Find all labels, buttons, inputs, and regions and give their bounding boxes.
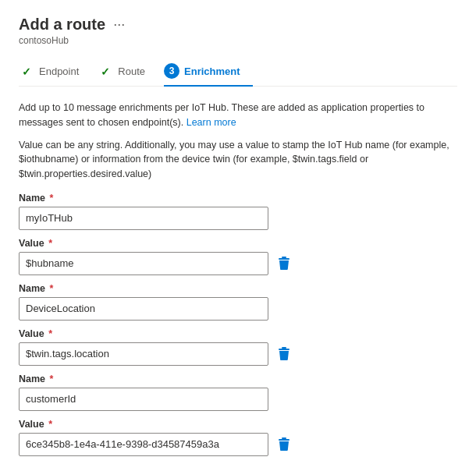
label-name2: Name * (19, 283, 457, 294)
label-name3: Name * (19, 374, 457, 384)
field-group-name2: Name * (19, 283, 457, 321)
required-star3: * (50, 283, 54, 294)
svg-rect-4 (282, 437, 286, 439)
steps-nav: ✓ Endpoint ✓ Route 3 Enrichment (19, 57, 457, 87)
required-star6: * (48, 419, 52, 430)
label-value3: Value * (19, 419, 457, 430)
field-row-value3 (19, 433, 457, 456)
svg-rect-0 (282, 257, 286, 258)
input-name1[interactable] (19, 207, 268, 230)
input-name3[interactable] (19, 388, 268, 411)
enrichment-form: Name * Value * Name * Value * (19, 193, 457, 456)
svg-rect-5 (279, 439, 290, 441)
delete-button-2[interactable] (275, 344, 293, 364)
page-title: Add a route (19, 16, 105, 34)
field-group-value3: Value * (19, 419, 457, 456)
step-endpoint[interactable]: ✓ Endpoint (19, 58, 91, 86)
input-name2[interactable] (19, 297, 268, 321)
input-value2[interactable] (19, 342, 268, 366)
label-value2: Value * (19, 328, 457, 339)
subtitle: contosoHub (19, 35, 457, 46)
svg-rect-1 (279, 258, 290, 260)
delete-button-1[interactable] (275, 253, 293, 274)
field-row-name3 (19, 388, 457, 411)
trash-icon-1 (278, 257, 290, 271)
step-endpoint-circle: ✓ (19, 64, 34, 80)
step-endpoint-label: Endpoint (39, 66, 79, 77)
label-name1: Name * (19, 193, 457, 204)
field-group-name3: Name * (19, 374, 457, 411)
more-options-icon[interactable]: ··· (113, 16, 125, 33)
step-enrichment-label: Enrichment (184, 66, 240, 77)
field-group-value2: Value * (19, 328, 457, 366)
required-star1: * (50, 193, 54, 204)
field-row-value1 (19, 252, 457, 275)
field-row-name1 (19, 207, 457, 230)
field-row-name2 (19, 297, 457, 321)
field-row-value2 (19, 342, 457, 366)
step-route-label: Route (118, 66, 145, 77)
learn-more-link[interactable]: Learn more (186, 117, 236, 128)
step-route-circle: ✓ (98, 64, 113, 80)
label-value1: Value * (19, 238, 457, 249)
input-value1[interactable] (19, 252, 268, 275)
page-header: Add a route ··· (19, 16, 457, 34)
field-group-name1: Name * (19, 193, 457, 230)
required-star4: * (48, 328, 52, 339)
delete-button-3[interactable] (275, 434, 293, 455)
step-enrichment-circle: 3 (164, 63, 179, 79)
svg-rect-3 (279, 349, 290, 350)
trash-icon-2 (278, 347, 290, 361)
field-group-value1: Value * (19, 238, 457, 275)
required-star5: * (50, 374, 54, 384)
step-enrichment[interactable]: 3 Enrichment (164, 57, 253, 87)
description2: Value can be any string. Additionally, y… (19, 138, 457, 182)
svg-rect-2 (282, 347, 286, 349)
description1: Add up to 10 message enrichments per IoT… (19, 101, 457, 130)
step-route[interactable]: ✓ Route (98, 58, 158, 86)
trash-icon-3 (278, 437, 290, 452)
input-value3[interactable] (19, 433, 268, 456)
required-star2: * (48, 238, 52, 249)
